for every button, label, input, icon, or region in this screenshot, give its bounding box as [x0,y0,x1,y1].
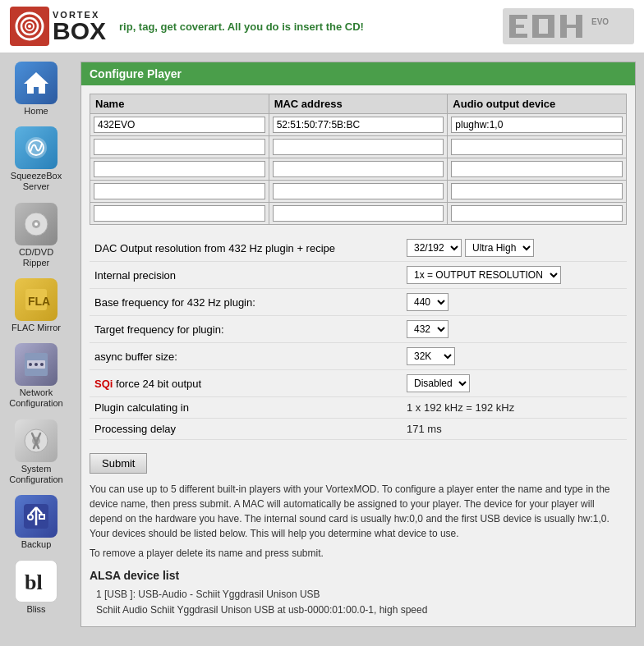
player-mac-input-0[interactable] [273,117,444,133]
player-mac-input-1[interactable] [273,139,444,155]
sidebar-item-flacmirror[interactable]: FLAC FLAC Mirror [3,275,69,337]
settings-table: DAC Output resolution from 432 Hz plugin… [90,235,627,440]
player-row-3 [90,181,627,203]
player-audio-cell-3 [448,181,627,203]
svg-rect-8 [509,25,524,28]
svg-point-29 [34,363,38,366]
internal-precision-select[interactable]: 1x = OUTPUT RESOLUTION 2x 4x 8x [407,266,561,284]
layout: Home SqueezeBox Server CD/ [0,53,644,644]
setting-row-dac-output: DAC Output resolution from 432 Hz plugin… [90,235,627,262]
setting-label-target-frequency: Target frequency for plugin: [90,316,402,343]
evo-logo: EVO [503,8,634,44]
setting-control-internal-precision: 1x = OUTPUT RESOLUTION 2x 4x 8x [402,262,627,288]
setting-row-internal-precision: Internal precision 1x = OUTPUT RESOLUTIO… [90,262,627,289]
svg-point-4 [28,25,31,28]
plugin-calculating-value: 1 x 192 kHz = 192 kHz [407,401,514,414]
player-audio-input-2[interactable] [451,161,623,177]
configure-panel-title: Configure Player [81,62,635,85]
player-audio-cell-4 [448,203,627,225]
player-audio-cell-0 [448,114,627,136]
player-mac-input-2[interactable] [273,161,444,177]
dac-resolution-select[interactable]: 32/192 24/192 24/96 16/44 [407,239,462,257]
sidebar: Home SqueezeBox Server CD/ [0,53,72,644]
sidebar-item-backup[interactable]: Backup [3,492,69,553]
player-name-input-1[interactable] [94,139,265,155]
backup-icon [15,495,58,538]
sidebar-item-networkconfiguration[interactable]: Network Configuration [3,340,69,412]
setting-control-sqi-force: Disabled Enabled [402,370,627,396]
sidebar-systemconfiguration-label: System Configuration [9,464,62,485]
submit-button[interactable]: Submit [90,453,147,474]
setting-label-sqi-force: SQi force 24 bit output [90,370,402,397]
sidebar-networkconfiguration-label: Network Configuration [9,387,62,409]
setting-label-processing-delay: Processing delay [90,419,402,440]
alsa-section: ALSA device list 1 [USB ]: USB-Audio - S… [90,569,627,618]
setting-row-plugin-calculating: Plugin calculating in 1 x 192 kHz = 192 … [90,397,627,419]
player-name-cell-2 [90,158,269,181]
base-frequency-select[interactable]: 440 432 441 [407,293,448,311]
player-name-input-3[interactable] [94,183,265,199]
svg-point-28 [29,363,32,366]
player-name-input-2[interactable] [94,161,265,177]
svg-rect-16 [560,25,582,28]
player-row-4 [90,203,627,225]
sidebar-flacmirror-label: FLAC Mirror [12,323,61,333]
alsa-item-line2: Schiit Audio Schiit Yggdrasil Unison USB… [96,602,627,618]
sidebar-backup-label: Backup [21,539,52,550]
svg-text:FLAC: FLAC [28,295,50,308]
remove-text: To remove a player delete its name and p… [90,547,627,559]
alsa-item-0: 1 [USB ]: USB-Audio - Schiit Yggdrasil U… [96,587,627,618]
player-table: Name MAC address Audio output device [90,94,627,225]
async-buffer-select[interactable]: 32K 64K 128K 256K [407,347,455,365]
player-audio-input-0[interactable] [451,117,623,133]
setting-label-plugin-calculating: Plugin calculating in [90,397,402,419]
player-mac-input-3[interactable] [273,183,444,199]
setting-row-async-buffer: async buffer size: 32K 64K 128K 256K [90,343,627,370]
logo-area: VORTEX BOX rip, tag, get coverart. All y… [10,7,364,46]
player-table-body [90,114,627,225]
logo-box-text: BOX [53,20,106,42]
player-audio-cell-2 [448,158,627,181]
setting-row-base-frequency: Base frequency for 432 Hz plugin: 440 43… [90,289,627,316]
svg-text:EVO: EVO [591,17,609,26]
player-mac-cell-4 [269,203,448,225]
player-audio-input-4[interactable] [451,205,623,222]
player-row-2 [90,158,627,181]
sidebar-item-bliss[interactable]: bl Bliss [3,557,69,618]
player-row-0 [90,114,627,136]
sidebar-item-systemconfiguration[interactable]: System Configuration [3,416,69,488]
sidebar-home-label: Home [24,106,48,117]
sqi-force-select[interactable]: Disabled Enabled [407,374,470,392]
systemconfiguration-icon [15,419,58,462]
player-audio-input-3[interactable] [451,183,623,199]
player-mac-cell-2 [269,158,448,181]
player-name-input-4[interactable] [94,205,265,222]
sidebar-squeezeboxserver-label: SqueezeBox Server [11,171,62,192]
svg-rect-12 [532,15,554,19]
sidebar-item-squeezeboxserver[interactable]: SqueezeBox Server [3,123,69,195]
setting-control-dac-output: 32/192 24/192 24/96 16/44 Ultra High Hig… [402,235,627,261]
setting-label-internal-precision: Internal precision [90,262,402,289]
player-mac-cell-3 [269,181,448,203]
target-frequency-select[interactable]: 432 440 444 [407,320,448,338]
sqi-link[interactable]: SQi [94,378,113,390]
player-audio-cell-1 [448,136,627,158]
configure-panel: Configure Player Name MAC address Audio … [80,62,636,627]
col-header-mac: MAC address [269,94,448,114]
player-audio-input-1[interactable] [451,139,623,155]
player-mac-cell-0 [269,114,448,136]
player-mac-cell-1 [269,136,448,158]
home-icon [15,62,58,104]
svg-rect-7 [509,15,527,19]
svg-text:bl: bl [25,570,43,594]
sidebar-item-cddvdripper[interactable]: CD/DVD Ripper [3,199,69,272]
evo-brand-svg: EVO [503,8,634,44]
player-name-input-0[interactable] [94,117,265,133]
player-mac-input-4[interactable] [273,205,444,222]
info-text: You can use up to 5 different built-in p… [90,482,627,541]
setting-row-processing-delay: Processing delay 171 ms [90,419,627,440]
dac-quality-select[interactable]: Ultra High High Medium Low [465,239,534,257]
sidebar-cddvdripper-label: CD/DVD Ripper [7,247,66,268]
sidebar-item-home[interactable]: Home [3,58,69,120]
svg-rect-9 [509,34,527,38]
